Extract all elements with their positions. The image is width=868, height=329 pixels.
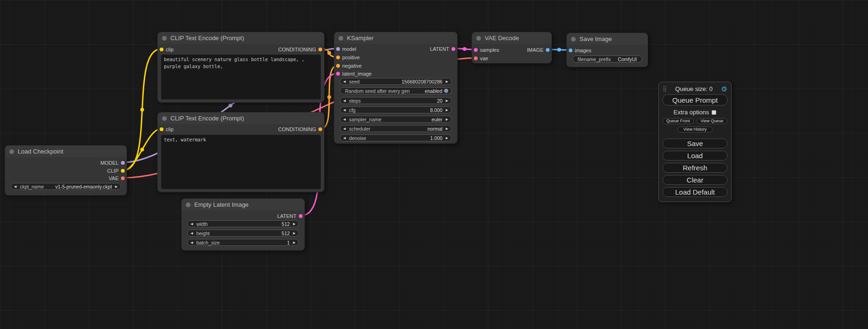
- negative-input-port[interactable]: [336, 64, 340, 68]
- node-empty-latent-image[interactable]: Empty Latent Image LATENT ◀ width 512 ▶ …: [181, 198, 305, 251]
- node-title-bar[interactable]: VAE Decode: [472, 32, 551, 44]
- node-title-bar[interactable]: KSampler: [334, 32, 457, 44]
- increment-arrow-icon[interactable]: ▶: [293, 222, 296, 225]
- node-title: Empty Latent Image: [194, 201, 248, 208]
- extra-options-label: Extra options: [674, 109, 709, 116]
- batch-size-widget[interactable]: ◀ batch_size 1 ▶: [187, 239, 299, 246]
- positive-prompt-textarea[interactable]: beautiful scenery nature glass bottle la…: [161, 55, 321, 99]
- node-graph-canvas[interactable]: Load Checkpoint MODEL CLIP VAE ◀ ckpt_na…: [0, 0, 868, 329]
- increment-arrow-icon[interactable]: ▶: [446, 80, 448, 83]
- prev-arrow-icon[interactable]: ◀: [14, 185, 16, 188]
- decrement-arrow-icon[interactable]: ◀: [191, 222, 193, 225]
- steps-widget[interactable]: ◀ steps 20 ▶: [340, 97, 452, 104]
- collapse-toggle-icon[interactable]: [162, 116, 167, 121]
- drag-handle-icon[interactable]: ⣿: [663, 85, 667, 92]
- output-slot-latent: LATENT: [430, 45, 457, 53]
- seed-widget[interactable]: ◀ seed 156680208700286 ▶: [340, 78, 452, 85]
- node-load-checkpoint[interactable]: Load Checkpoint MODEL CLIP VAE ◀ ckpt_na…: [5, 145, 127, 196]
- input-slot-latent-image: latent_image: [334, 70, 372, 77]
- decrement-arrow-icon[interactable]: ◀: [343, 80, 346, 83]
- node-title-bar[interactable]: CLIP Text Encode (Prompt): [158, 112, 324, 124]
- increment-arrow-icon[interactable]: ▶: [293, 241, 296, 244]
- clear-button[interactable]: Clear: [663, 175, 727, 185]
- model-input-port[interactable]: [336, 47, 340, 51]
- link-latent-samples-midpoint-dot: [463, 47, 466, 51]
- node-title: KSampler: [347, 35, 374, 42]
- decrement-arrow-icon[interactable]: ◀: [191, 231, 193, 235]
- decrement-arrow-icon[interactable]: ◀: [343, 99, 346, 102]
- conditioning-output-port[interactable]: [318, 127, 322, 131]
- clip-input-port[interactable]: [160, 48, 163, 51]
- random-seed-widget[interactable]: Random seed after every gen enabled: [340, 87, 452, 94]
- prev-arrow-icon[interactable]: ◀: [343, 118, 346, 121]
- random-seed-toggle[interactable]: [444, 89, 448, 93]
- node-clip-text-encode-negative[interactable]: CLIP Text Encode (Prompt) clip CONDITION…: [157, 112, 325, 192]
- scheduler-widget[interactable]: ◀ scheduler normal ▶: [340, 125, 452, 132]
- link-model-midpoint-dot: [229, 104, 233, 107]
- collapse-toggle-icon[interactable]: [9, 149, 14, 154]
- node-title-bar[interactable]: Empty Latent Image: [182, 199, 304, 210]
- decrement-arrow-icon[interactable]: ◀: [343, 136, 346, 140]
- gear-icon[interactable]: ⚙: [721, 85, 727, 92]
- increment-arrow-icon[interactable]: ▶: [446, 108, 448, 112]
- increment-arrow-icon[interactable]: ▶: [446, 99, 448, 102]
- denoise-widget[interactable]: ◀ denoise 1.000 ▶: [340, 134, 452, 141]
- load-button[interactable]: Load: [663, 151, 727, 161]
- node-title-bar[interactable]: CLIP Text Encode (Prompt): [158, 32, 324, 44]
- ckpt-name-widget[interactable]: ◀ ckpt_name v1-5-pruned-emaonly.ckpt ▶: [11, 183, 121, 190]
- node-title: CLIP Text Encode (Prompt): [170, 115, 244, 122]
- collapse-toggle-icon[interactable]: [571, 37, 576, 42]
- negative-prompt-textarea[interactable]: text, watermark: [161, 135, 321, 189]
- images-input-port[interactable]: [569, 49, 572, 52]
- node-vae-decode[interactable]: VAE Decode samples IMAGE vae: [472, 32, 552, 63]
- image-output-port[interactable]: [546, 48, 550, 52]
- positive-input-port[interactable]: [336, 56, 340, 59]
- next-arrow-icon[interactable]: ▶: [446, 127, 448, 130]
- filename-prefix-widget[interactable]: filename_prefix ComfyUI: [572, 56, 642, 63]
- sampler-name-widget[interactable]: ◀ sampler_name euler ▶: [340, 116, 452, 123]
- node-clip-text-encode-positive[interactable]: CLIP Text Encode (Prompt) clip CONDITION…: [157, 32, 325, 103]
- refresh-button[interactable]: Refresh: [663, 163, 727, 173]
- latent-output-port[interactable]: [299, 214, 303, 218]
- save-button[interactable]: Save: [663, 139, 727, 148]
- width-widget[interactable]: ◀ width 512 ▶: [187, 220, 299, 227]
- vae-output-port[interactable]: [121, 176, 125, 180]
- latent-output-port[interactable]: [452, 47, 455, 51]
- node-save-image[interactable]: Save Image images filename_prefix ComfyU…: [566, 33, 648, 67]
- clip-input-port[interactable]: [160, 127, 163, 131]
- increment-arrow-icon[interactable]: ▶: [293, 231, 296, 235]
- collapse-toggle-icon[interactable]: [186, 203, 191, 207]
- view-history-button[interactable]: View History: [677, 126, 713, 133]
- height-widget[interactable]: ◀ height 512 ▶: [187, 230, 299, 237]
- queue-front-button[interactable]: Queue Front: [663, 118, 694, 124]
- view-queue-button[interactable]: View Queue: [697, 118, 728, 124]
- cfg-widget[interactable]: ◀ cfg 8.000 ▶: [340, 106, 452, 113]
- collapse-toggle-icon[interactable]: [476, 36, 481, 41]
- input-slot-positive: positive: [334, 54, 360, 61]
- node-title-bar[interactable]: Load Checkpoint: [5, 146, 127, 157]
- next-arrow-icon[interactable]: ▶: [446, 118, 448, 121]
- clip-output-port[interactable]: [121, 169, 125, 173]
- queue-prompt-button[interactable]: Queue Prompt: [663, 94, 727, 105]
- input-slot-clip: clip: [158, 126, 174, 133]
- model-output-port[interactable]: [121, 161, 125, 165]
- next-arrow-icon[interactable]: ▶: [115, 185, 118, 188]
- output-slot-vae: VAE: [109, 175, 127, 182]
- latent-image-input-port[interactable]: [336, 72, 340, 76]
- node-title-bar[interactable]: Save Image: [567, 33, 648, 45]
- decrement-arrow-icon[interactable]: ◀: [343, 108, 346, 112]
- samples-input-port[interactable]: [474, 48, 478, 52]
- collapse-toggle-icon[interactable]: [162, 36, 167, 41]
- load-default-button[interactable]: Load Default: [663, 187, 727, 197]
- extra-options-checkbox[interactable]: [712, 110, 716, 115]
- vae-input-port[interactable]: [474, 56, 478, 60]
- conditioning-output-port[interactable]: [318, 48, 322, 51]
- decrement-arrow-icon[interactable]: ◀: [191, 241, 193, 244]
- prev-arrow-icon[interactable]: ◀: [343, 127, 346, 130]
- node-ksampler[interactable]: KSampler model LATENT positive negative …: [334, 32, 458, 144]
- collapse-toggle-icon[interactable]: [339, 36, 343, 41]
- menu-header: ⣿ Queue size: 0 ⚙: [663, 84, 727, 93]
- output-slot-conditioning: CONDITIONING: [278, 46, 324, 53]
- increment-arrow-icon[interactable]: ▶: [446, 136, 448, 140]
- input-slot-vae: vae: [472, 55, 488, 62]
